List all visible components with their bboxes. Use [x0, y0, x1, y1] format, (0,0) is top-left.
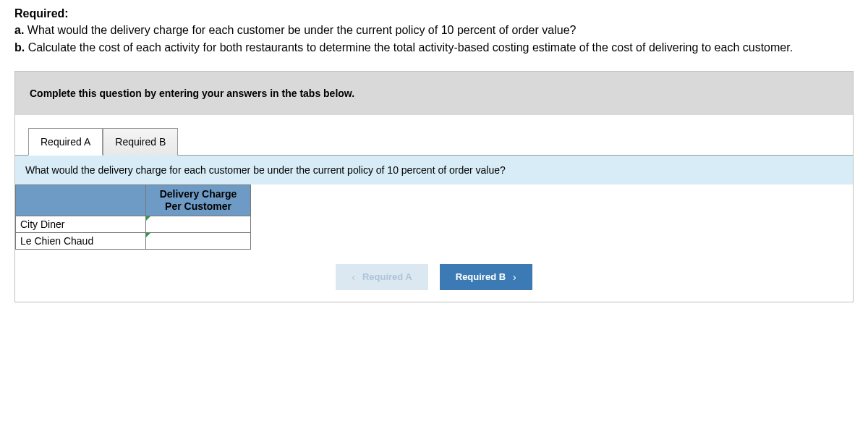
required-item-a: a. What would the delivery charge for ea…: [14, 22, 854, 39]
next-label: Required B: [456, 271, 506, 282]
input-le-chien-chaud[interactable]: [146, 233, 250, 249]
tab-label: Required A: [41, 136, 90, 148]
tabs-row: Required A Required B: [15, 115, 853, 156]
table-corner: [16, 185, 146, 216]
input-marker-icon: [146, 216, 150, 221]
tab-required-b[interactable]: Required B: [103, 128, 178, 156]
nav-buttons: ‹ Required A Required B ›: [15, 250, 853, 302]
table-row: City Diner: [16, 216, 251, 232]
input-cell-le-chien-chaud[interactable]: [146, 232, 251, 249]
input-city-diner[interactable]: [146, 216, 250, 232]
item-letter-b: b.: [14, 41, 25, 54]
row-label-le-chien-chaud: Le Chien Chaud: [16, 232, 146, 249]
tab-label: Required B: [115, 136, 166, 148]
tab-required-a[interactable]: Required A: [28, 128, 103, 156]
input-table: Delivery Charge Per Customer City Diner …: [15, 184, 251, 250]
prev-label: Required A: [362, 271, 412, 282]
item-text-b: Calculate the cost of each activity for …: [25, 41, 793, 54]
table-row: Le Chien Chaud: [16, 232, 251, 249]
column-header: Delivery Charge Per Customer: [146, 185, 251, 216]
next-button[interactable]: Required B ›: [440, 264, 532, 290]
input-cell-city-diner[interactable]: [146, 216, 251, 232]
prev-button: ‹ Required A: [336, 264, 428, 290]
required-title: Required:: [14, 7, 854, 20]
answer-area: Complete this question by entering your …: [14, 71, 854, 302]
question-bar: What would the delivery charge for each …: [15, 155, 853, 184]
chevron-left-icon: ‹: [352, 271, 355, 283]
chevron-right-icon: ›: [513, 271, 516, 283]
row-label-city-diner: City Diner: [16, 216, 146, 232]
item-text-a: What would the delivery charge for each …: [24, 24, 576, 36]
input-marker-icon: [146, 233, 150, 237]
item-letter-a: a.: [14, 24, 24, 36]
required-item-b: b. Calculate the cost of each activity f…: [14, 39, 854, 56]
required-section: Required: a. What would the delivery cha…: [14, 7, 854, 56]
instruction-bar: Complete this question by entering your …: [15, 72, 853, 115]
